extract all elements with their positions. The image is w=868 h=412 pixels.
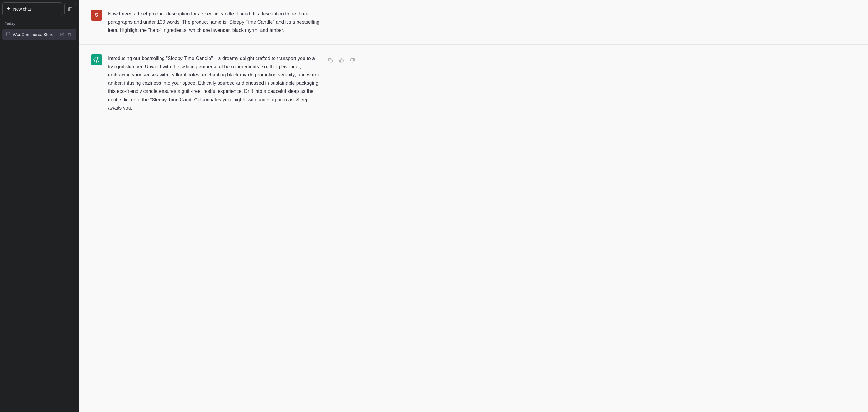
sidebar-toggle-button[interactable] bbox=[64, 3, 76, 15]
thumbs-up-button[interactable] bbox=[337, 56, 346, 65]
assistant-message-text: Introducing our bestselling "Sleepy Time… bbox=[108, 54, 320, 112]
sidebar-top: + New chat bbox=[2, 2, 76, 16]
chatgpt-logo-icon bbox=[93, 57, 99, 63]
copy-button[interactable] bbox=[326, 56, 335, 65]
main-chat-area: S Now I need a brief product description… bbox=[79, 0, 868, 412]
user-message-text: Now I need a brief product description f… bbox=[108, 10, 320, 35]
svg-rect-2 bbox=[330, 60, 333, 62]
thumbs-down-button[interactable] bbox=[348, 56, 356, 65]
chat-item-actions bbox=[59, 32, 73, 37]
chat-item-woocommerce[interactable]: WooCommerce Store bbox=[2, 29, 76, 40]
user-avatar: S bbox=[91, 10, 102, 21]
chat-edit-button[interactable] bbox=[59, 32, 65, 37]
assistant-avatar bbox=[91, 54, 102, 65]
copy-icon bbox=[328, 58, 333, 63]
new-chat-button[interactable]: + New chat bbox=[2, 2, 62, 16]
message-action-buttons bbox=[326, 54, 356, 65]
thumbs-down-icon bbox=[350, 58, 355, 63]
plus-icon: + bbox=[7, 6, 10, 12]
assistant-message-block: Introducing our bestselling "Sleepy Time… bbox=[79, 45, 868, 122]
chat-delete-button[interactable] bbox=[66, 32, 73, 37]
sidebar-toggle-icon bbox=[68, 7, 73, 11]
chat-item-icon bbox=[6, 32, 10, 37]
svg-rect-0 bbox=[68, 7, 72, 11]
new-chat-label: New chat bbox=[13, 7, 31, 11]
section-today-label: Today bbox=[2, 20, 76, 27]
sidebar: + New chat Today WooCommerce Store bbox=[0, 0, 79, 412]
user-message-block: S Now I need a brief product description… bbox=[79, 0, 868, 45]
thumbs-up-icon bbox=[339, 58, 344, 63]
chat-item-label: WooCommerce Store bbox=[13, 32, 56, 37]
